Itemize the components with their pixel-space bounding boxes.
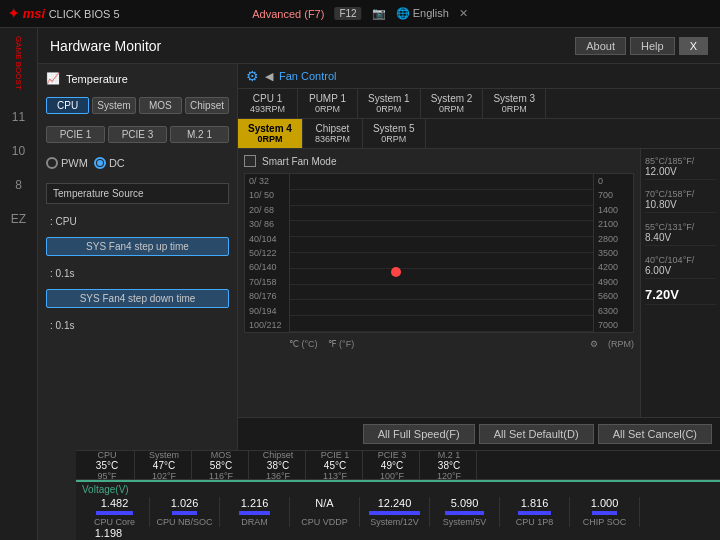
status-pcie1: PCIE 1 45°C 113°F xyxy=(308,451,363,479)
fan-sys4-rpm: 0RPM xyxy=(248,134,292,144)
volt-sys5v: 5.090 System/5V xyxy=(430,497,500,527)
fan-sys4-name: System 4 xyxy=(248,123,292,134)
pwm-radio-circle xyxy=(46,157,58,169)
set-cancel-btn[interactable]: All Set Cancel(C) xyxy=(598,424,712,444)
sidebar-item-8[interactable]: 8 xyxy=(15,178,22,192)
smart-fan-row: Smart Fan Mode xyxy=(244,155,634,167)
fan-sys3-name: System 3 xyxy=(493,93,535,104)
full-speed-btn[interactable]: All Full Speed(F) xyxy=(363,424,475,444)
status-chipset: Chipset 38°C 136°F xyxy=(251,451,306,479)
waveform-icon: 📈 xyxy=(46,72,60,85)
status-system: System 47°C 102°F xyxy=(137,451,192,479)
main-content: Hardware Monitor About Help X 📈 Temperat… xyxy=(38,28,720,540)
unit-celsius[interactable]: ℃ (°C) xyxy=(289,339,318,349)
chart-area: Smart Fan Mode 100/212 90/194 80/176 70/… xyxy=(238,149,640,417)
m2-temp-btn[interactable]: M.2 1 xyxy=(170,126,229,143)
smart-fan-checkbox[interactable] xyxy=(244,155,256,167)
temperature-label: Temperature xyxy=(66,73,128,85)
fan-control-header: ⚙ ◀ Fan Control xyxy=(238,64,720,89)
fan-sys2-btn[interactable]: System 2 0RPM xyxy=(421,89,484,118)
fan-cpu1-rpm: 493RPM xyxy=(248,104,287,114)
fan-cpu1-name: CPU 1 xyxy=(248,93,287,104)
mos-temp-btn[interactable]: MOS xyxy=(139,97,182,114)
dc-radio[interactable]: DC xyxy=(94,157,125,169)
pwm-dc-radio-group: PWM DC xyxy=(46,157,229,169)
volt-cpu-nb: 1.026 CPU NB/SOC xyxy=(150,497,220,527)
pwm-label: PWM xyxy=(61,157,88,169)
fan-pump1-name: PUMP 1 xyxy=(308,93,347,104)
sidebar-item-ez[interactable]: EZ xyxy=(11,212,26,226)
pcie3-temp-btn[interactable]: PCIE 3 xyxy=(108,126,167,143)
temp-button-grid: CPU System MOS Chipset xyxy=(46,97,229,114)
temp-source-box: Temperature Source xyxy=(46,183,229,204)
voltage-sidebar: 85°C/185°F/ 12.00V 70°C/158°F/ 10.80V 55… xyxy=(640,149,720,417)
fan-sys1-btn[interactable]: System 1 0RPM xyxy=(358,89,421,118)
fan-icon-small: ⚙ xyxy=(590,339,598,349)
f12-badge[interactable]: F12 xyxy=(334,7,361,20)
fan-chart[interactable]: 100/212 90/194 80/176 70/158 60/140 50/1… xyxy=(244,173,634,333)
system-temp-btn[interactable]: System xyxy=(92,97,135,114)
fan-cpu1-btn[interactable]: CPU 1 493RPM xyxy=(238,89,298,118)
voltage-items: 1.482 CPU Core 1.026 CPU NB/SOC 1.216 DR… xyxy=(76,497,720,527)
left-panel: 📈 Temperature CPU System MOS Chipset PCI… xyxy=(38,64,238,450)
volt-chip-soc: 1.000 CHIP SOC xyxy=(570,497,640,527)
volt-chip-cldo: 1.198 CHIP CLDO xyxy=(80,527,137,540)
pcie1-temp-btn[interactable]: PCIE 1 xyxy=(46,126,105,143)
window-title: Hardware Monitor xyxy=(50,38,161,54)
volt-dram: 1.216 DRAM xyxy=(220,497,290,527)
fan-chipset-name: Chipset xyxy=(313,123,352,134)
screenshot-icon[interactable]: 📷 xyxy=(372,7,386,20)
fan-chipset-rpm: 836RPM xyxy=(313,134,352,144)
volt-cpu-core: 1.482 CPU Core xyxy=(80,497,150,527)
temp-button-grid2: PCIE 1 PCIE 3 M.2 1 xyxy=(46,126,229,143)
chart-inner[interactable] xyxy=(290,174,593,332)
sidebar-item-11[interactable]: 11 xyxy=(12,110,25,124)
fan-chipset-btn[interactable]: Chipset 836RPM xyxy=(303,119,363,148)
chart-control-dot[interactable] xyxy=(391,267,401,277)
step-up-btn[interactable]: SYS Fan4 step up time xyxy=(46,237,229,256)
action-bar: All Full Speed(F) All Set Default(D) All… xyxy=(238,417,720,450)
advanced-mode-label[interactable]: Advanced (F7) xyxy=(252,8,324,20)
set-default-btn[interactable]: All Set Default(D) xyxy=(479,424,594,444)
fan-sys5-btn[interactable]: System 5 0RPM xyxy=(363,119,426,148)
step-down-btn[interactable]: SYS Fan4 step down time xyxy=(46,289,229,308)
fan-nav-prev[interactable]: ◀ xyxy=(265,70,273,83)
fan-sys1-name: System 1 xyxy=(368,93,410,104)
cpu-temp-btn[interactable]: CPU xyxy=(46,97,89,114)
fan-sys5-name: System 5 xyxy=(373,123,415,134)
fan-sys3-btn[interactable]: System 3 0RPM xyxy=(483,89,546,118)
chart-yaxis-left: 100/212 90/194 80/176 70/158 60/140 50/1… xyxy=(245,174,290,332)
current-voltage-value: 7.20V xyxy=(645,287,679,302)
volt-cpu-vddp: N/A CPU VDDP xyxy=(290,497,360,527)
volt-cpu1p8: 1.816 CPU 1P8 xyxy=(500,497,570,527)
fan-sys5-rpm: 0RPM xyxy=(373,134,415,144)
language-selector[interactable]: 🌐 English xyxy=(396,7,449,20)
close-button[interactable]: X xyxy=(679,37,708,55)
voltage-bar-title: Voltage(V) xyxy=(76,482,720,497)
sidebar-item-game-boost[interactable]: GAME BOOST xyxy=(14,36,23,90)
status-bar: CPU 35°C 95°F System 47°C 102°F MOS 58°C… xyxy=(76,450,720,480)
step-up-value: : 0.1s xyxy=(46,266,229,281)
volt-item-2: 55°C/131°F/ 8.40V xyxy=(645,219,716,246)
top-bar: ✦ msi CLICK BIOS 5 Advanced (F7) F12 📷 🌐… xyxy=(0,0,720,28)
fan-control-title: Fan Control xyxy=(279,70,336,82)
msi-logo: ✦ msi CLICK BIOS 5 xyxy=(8,6,120,21)
volt-item-3: 40°C/104°F/ 6.00V xyxy=(645,252,716,279)
about-button[interactable]: About xyxy=(575,37,626,55)
fan-sys3-rpm: 0RPM xyxy=(493,104,535,114)
status-pcie3: PCIE 3 49°C 100°F xyxy=(365,451,420,479)
sidebar-item-10[interactable]: 10 xyxy=(12,144,25,158)
fan-pump1-btn[interactable]: PUMP 1 0RPM xyxy=(298,89,358,118)
pwm-radio[interactable]: PWM xyxy=(46,157,88,169)
dc-radio-circle xyxy=(94,157,106,169)
help-button[interactable]: Help xyxy=(630,37,675,55)
chipset-temp-btn[interactable]: Chipset xyxy=(185,97,229,114)
status-cpu: CPU 35°C 95°F xyxy=(80,451,135,479)
close-top-icon[interactable]: ✕ xyxy=(459,7,468,20)
fan-sys2-rpm: 0RPM xyxy=(431,104,473,114)
unit-fahrenheit[interactable]: ℉ (°F) xyxy=(328,339,355,349)
dc-label: DC xyxy=(109,157,125,169)
temperature-section-header: 📈 Temperature xyxy=(46,72,229,85)
chart-yaxis-right: 7000 6300 5600 4900 4200 3500 2800 2100 … xyxy=(593,174,633,332)
fan-sys4-btn[interactable]: System 4 0RPM xyxy=(238,119,303,148)
